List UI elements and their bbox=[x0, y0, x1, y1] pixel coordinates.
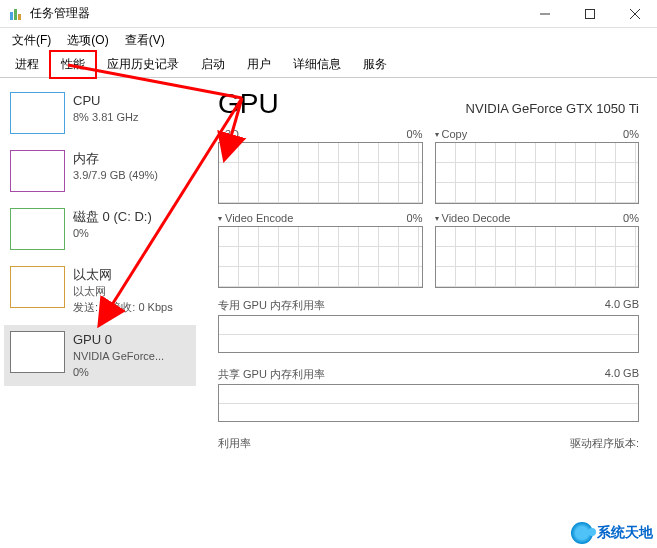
disk-info: 磁盘 0 (C: D:) 0% bbox=[73, 208, 152, 250]
sidebar-item-ethernet[interactable]: 以太网 以太网 发送: 0 接收: 0 Kbps bbox=[4, 260, 196, 321]
chart-video-encode: ▾Video Encode 0% bbox=[218, 212, 423, 288]
app-icon bbox=[8, 6, 24, 22]
menu-view[interactable]: 查看(V) bbox=[117, 30, 173, 51]
footer-labels: 利用率 驱动程序版本: bbox=[218, 436, 639, 451]
chart-copy: ▾Copy 0% bbox=[435, 128, 640, 204]
chevron-down-icon: ▾ bbox=[435, 130, 439, 139]
sidebar-item-disk[interactable]: 磁盘 0 (C: D:) 0% bbox=[4, 202, 196, 256]
chart-venc-selector[interactable]: ▾Video Encode bbox=[218, 212, 293, 224]
tab-processes[interactable]: 进程 bbox=[4, 51, 50, 78]
memory-info: 内存 3.9/7.9 GB (49%) bbox=[73, 150, 158, 192]
tab-startup[interactable]: 启动 bbox=[190, 51, 236, 78]
ethernet-adapter: 以太网 bbox=[73, 284, 173, 299]
tab-users[interactable]: 用户 bbox=[236, 51, 282, 78]
gpu-thumbnail bbox=[10, 331, 65, 373]
gpu-memory-section: 专用 GPU 内存利用率 4.0 GB 共享 GPU 内存利用率 4.0 GB bbox=[218, 298, 639, 422]
watermark-icon bbox=[571, 522, 593, 544]
chart-3d-percent: 0% bbox=[407, 128, 423, 140]
chart-vdec-selector[interactable]: ▾Video Decode bbox=[435, 212, 511, 224]
window-controls bbox=[522, 0, 657, 28]
sidebar-item-gpu[interactable]: GPU 0 NVIDIA GeForce... 0% bbox=[4, 325, 196, 386]
ethernet-title: 以太网 bbox=[73, 266, 173, 284]
chevron-down-icon: ▾ bbox=[218, 214, 222, 223]
memory-title: 内存 bbox=[73, 150, 158, 168]
disk-title: 磁盘 0 (C: D:) bbox=[73, 208, 152, 226]
cpu-title: CPU bbox=[73, 92, 138, 110]
memory-thumbnail bbox=[10, 150, 65, 192]
menubar: 文件(F) 选项(O) 查看(V) bbox=[0, 28, 657, 52]
utilization-label: 利用率 bbox=[218, 436, 251, 451]
watermark: 系统天地 bbox=[571, 522, 653, 544]
driver-version-label: 驱动程序版本: bbox=[570, 436, 639, 451]
maximize-button[interactable] bbox=[567, 0, 612, 28]
chart-venc-graph[interactable] bbox=[218, 226, 423, 288]
disk-thumbnail bbox=[10, 208, 65, 250]
performance-sidebar: CPU 8% 3.81 GHz 内存 3.9/7.9 GB (49%) 磁盘 0… bbox=[0, 78, 200, 548]
chart-3d: ▾3D 0% bbox=[218, 128, 423, 204]
menu-options[interactable]: 选项(O) bbox=[59, 30, 116, 51]
chart-copy-percent: 0% bbox=[623, 128, 639, 140]
menu-file[interactable]: 文件(F) bbox=[4, 30, 59, 51]
ethernet-throughput: 发送: 0 接收: 0 Kbps bbox=[73, 300, 173, 315]
sidebar-item-cpu[interactable]: CPU 8% 3.81 GHz bbox=[4, 86, 196, 140]
gpu-name-short: NVIDIA GeForce... bbox=[73, 349, 164, 364]
cpu-thumbnail bbox=[10, 92, 65, 134]
gpu-usage: 0% bbox=[73, 365, 164, 380]
chart-copy-graph[interactable] bbox=[435, 142, 640, 204]
minimize-button[interactable] bbox=[522, 0, 567, 28]
tab-details[interactable]: 详细信息 bbox=[282, 51, 352, 78]
chevron-down-icon: ▾ bbox=[218, 130, 222, 139]
chart-venc-percent: 0% bbox=[407, 212, 423, 224]
main-panel: GPU NVIDIA GeForce GTX 1050 Ti ▾3D 0% ▾C… bbox=[200, 78, 657, 548]
close-button[interactable] bbox=[612, 0, 657, 28]
dedicated-memory-value: 4.0 GB bbox=[605, 298, 639, 313]
watermark-text: 系统天地 bbox=[597, 524, 653, 542]
chart-copy-selector[interactable]: ▾Copy bbox=[435, 128, 468, 140]
gpu-info: GPU 0 NVIDIA GeForce... 0% bbox=[73, 331, 164, 380]
window-titlebar: 任务管理器 bbox=[0, 0, 657, 28]
disk-usage: 0% bbox=[73, 226, 152, 241]
tab-services[interactable]: 服务 bbox=[352, 51, 398, 78]
gpu-chart-grid: ▾3D 0% ▾Copy 0% ▾Video Encode 0% bbox=[218, 128, 639, 288]
gpu-device-name: NVIDIA GeForce GTX 1050 Ti bbox=[466, 101, 639, 116]
shared-memory-graph[interactable] bbox=[218, 384, 639, 422]
main-header: GPU NVIDIA GeForce GTX 1050 Ti bbox=[218, 88, 639, 120]
dedicated-memory-label: 专用 GPU 内存利用率 bbox=[218, 298, 325, 313]
tab-performance[interactable]: 性能 bbox=[50, 51, 96, 78]
panel-title: GPU bbox=[218, 88, 279, 120]
memory-usage: 3.9/7.9 GB (49%) bbox=[73, 168, 158, 183]
content-area: CPU 8% 3.81 GHz 内存 3.9/7.9 GB (49%) 磁盘 0… bbox=[0, 78, 657, 548]
ethernet-thumbnail bbox=[10, 266, 65, 308]
chart-vdec-percent: 0% bbox=[623, 212, 639, 224]
shared-memory-label: 共享 GPU 内存利用率 bbox=[218, 367, 325, 382]
svg-rect-2 bbox=[18, 14, 21, 20]
chart-3d-selector[interactable]: ▾3D bbox=[218, 128, 239, 140]
gpu-title: GPU 0 bbox=[73, 331, 164, 349]
svg-rect-0 bbox=[10, 12, 13, 20]
chart-video-decode: ▾Video Decode 0% bbox=[435, 212, 640, 288]
cpu-info: CPU 8% 3.81 GHz bbox=[73, 92, 138, 134]
dedicated-memory-graph[interactable] bbox=[218, 315, 639, 353]
chevron-down-icon: ▾ bbox=[435, 214, 439, 223]
chart-vdec-graph[interactable] bbox=[435, 226, 640, 288]
ethernet-info: 以太网 以太网 发送: 0 接收: 0 Kbps bbox=[73, 266, 173, 315]
tab-app-history[interactable]: 应用历史记录 bbox=[96, 51, 190, 78]
tab-bar: 进程 性能 应用历史记录 启动 用户 详细信息 服务 bbox=[0, 52, 657, 78]
chart-3d-graph[interactable] bbox=[218, 142, 423, 204]
svg-rect-1 bbox=[14, 9, 17, 20]
cpu-usage: 8% 3.81 GHz bbox=[73, 110, 138, 125]
sidebar-item-memory[interactable]: 内存 3.9/7.9 GB (49%) bbox=[4, 144, 196, 198]
svg-rect-4 bbox=[585, 10, 594, 19]
shared-memory-value: 4.0 GB bbox=[605, 367, 639, 382]
